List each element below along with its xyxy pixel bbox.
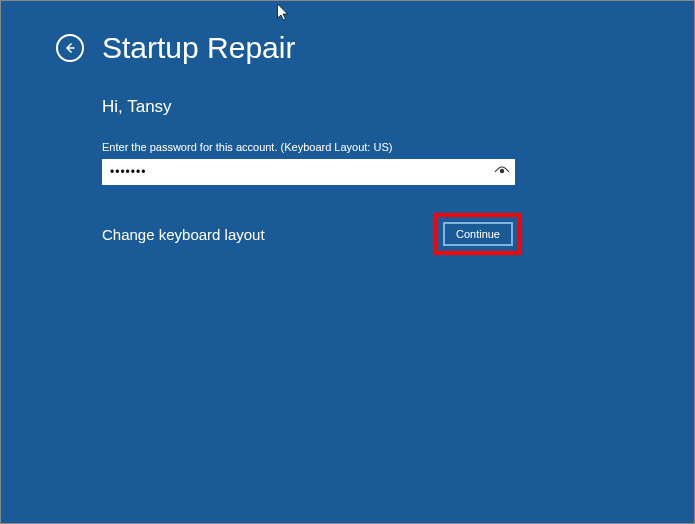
svg-point-0: [500, 169, 504, 173]
back-button[interactable]: [56, 34, 84, 62]
reveal-password-button[interactable]: [489, 159, 515, 185]
back-arrow-icon: [64, 42, 76, 54]
password-field-container: [102, 159, 515, 185]
page-title: Startup Repair: [102, 31, 295, 65]
continue-button[interactable]: Continue: [443, 222, 513, 246]
highlight-annotation: Continue: [434, 213, 522, 255]
password-instruction: Enter the password for this account. (Ke…: [102, 141, 694, 153]
change-keyboard-layout-link[interactable]: Change keyboard layout: [102, 226, 265, 243]
greeting-text: Hi, Tansy: [102, 97, 694, 117]
header: Startup Repair: [56, 31, 694, 65]
password-input[interactable]: [102, 159, 489, 185]
eye-icon: [494, 166, 510, 178]
